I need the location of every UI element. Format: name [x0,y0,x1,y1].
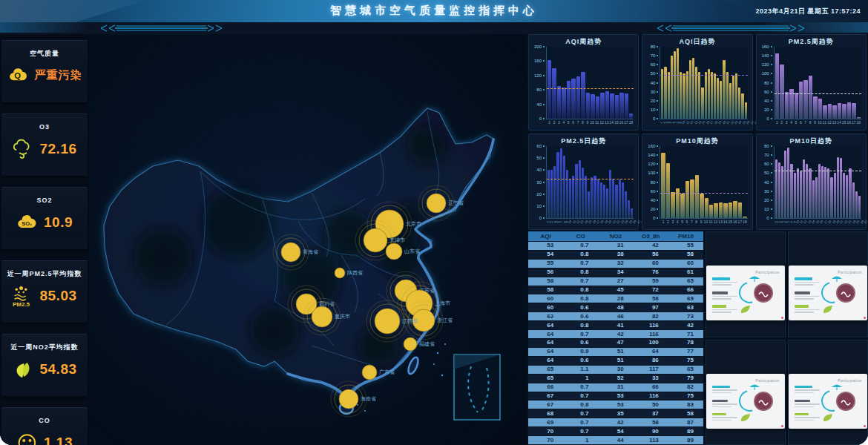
table-cell: 65 [528,366,563,374]
bar [797,168,799,218]
table-cell: 73 [668,312,703,320]
bar [668,72,670,119]
bar [837,157,839,218]
table-cell: 82 [668,383,703,392]
co-icon [16,432,39,445]
table-cell: 56 [634,251,668,259]
table-cell: 45 [598,286,633,294]
table-row: 670.75311675 [528,392,703,401]
bar [594,176,596,218]
table-cell: 72 [634,286,668,294]
bar [690,179,694,218]
table-cell: 53 [598,400,633,409]
stat-card-2: O372.16 [1,113,88,176]
bar [605,91,609,119]
y-tick-label: 160 [762,44,772,49]
chart-title: PM10日趋势 [757,136,866,146]
y-tick-label: 20 [651,99,659,103]
bar [567,81,571,119]
table-cell: 58 [668,251,703,259]
preview-card[interactable]: Participation [706,374,785,429]
y-tick-label: 70 [651,53,659,58]
bar [818,164,821,218]
table-cell: 116 [634,321,668,329]
table-cell: 64 [528,348,563,356]
preview-item-1 [795,277,820,286]
y-tick-label: 30 [536,180,545,185]
bar [726,72,729,119]
table-row: 600.6489763 [528,303,703,312]
bar [781,166,783,218]
bar [849,168,851,218]
bar [846,175,848,218]
bar [609,170,611,218]
y-tick-label: 100 [648,171,658,175]
stat-label: SO2 [36,197,52,205]
bar [612,179,614,218]
table-cell: 66 [528,383,563,392]
column-header: AQI [528,231,563,241]
preview-card[interactable]: Participation [789,266,867,320]
y-tick-label: 60 [764,90,772,94]
bar [775,159,777,218]
table-row: 680.7353758 [528,409,703,418]
table-cell: 0.8 [563,321,598,329]
y-tick-label: 60 [764,162,772,166]
table-row: 700.7549089 [528,427,703,436]
table-cell: 0.9 [563,348,598,356]
y-tick-label: 140 [648,153,658,157]
y-tick-label: 160 [534,59,545,63]
table-cell: 38 [598,251,633,259]
bar [600,93,604,119]
table-cell: 63 [668,303,703,312]
bar [582,168,584,218]
bar [553,166,556,218]
preview-card[interactable]: Participation [789,374,867,429]
bar [843,173,845,218]
table-cell: 62 [528,312,563,320]
y-tick-label: 80 [651,180,659,185]
table-cell: 34 [598,268,633,277]
y-tick-label: 40 [536,102,545,107]
chart-card-6: PM10日趋势010203040506070801234567891011121… [756,134,867,230]
stat-value: 72.16 [39,141,76,157]
bar [548,170,550,218]
bar [824,167,826,218]
svg-text:广东省: 广东省 [379,369,395,375]
y-tick-label: 80 [764,81,772,85]
preview-card[interactable]: Participation [706,266,785,320]
table-cell: 42 [598,418,633,426]
table-cell: 30 [598,366,633,374]
y-tick-label: 40 [764,99,772,103]
bar [840,158,842,218]
alert-dot [864,425,866,427]
alert-dot [781,425,783,427]
table-row: 7014411389 [528,436,703,445]
bar [560,148,562,218]
header-datetime: 2023年4月21日 星期五 17:57:24 [755,7,861,16]
bar [603,185,605,218]
svg-text:浙江省: 浙江省 [437,317,453,323]
chart-card-4: PM2.5日趋势01020304050601234567891011121314… [528,134,639,230]
bar [685,181,689,218]
table-cell: 75 [668,357,703,365]
bar [661,153,665,219]
chart-plot: 0102030405060708012345678910111213141516… [660,47,747,119]
table-cell: 44 [598,436,633,444]
bar [677,48,679,119]
stat-label: 近一周PM2.5平均指数 [7,271,82,278]
y-tick-label: 20 [764,198,772,202]
leaf-small-icon [822,412,834,422]
table-cell: 79 [668,375,703,383]
bar [711,72,713,119]
preview-item-2 [795,400,820,408]
bar [794,173,796,218]
bar [586,93,590,119]
y-tick-label: 0 [539,116,545,121]
bar [585,176,587,218]
preview-item-1 [712,277,737,286]
bar [588,191,590,218]
bar [827,168,829,218]
table-row: 530.7314255 [528,242,703,251]
bar [741,93,743,119]
